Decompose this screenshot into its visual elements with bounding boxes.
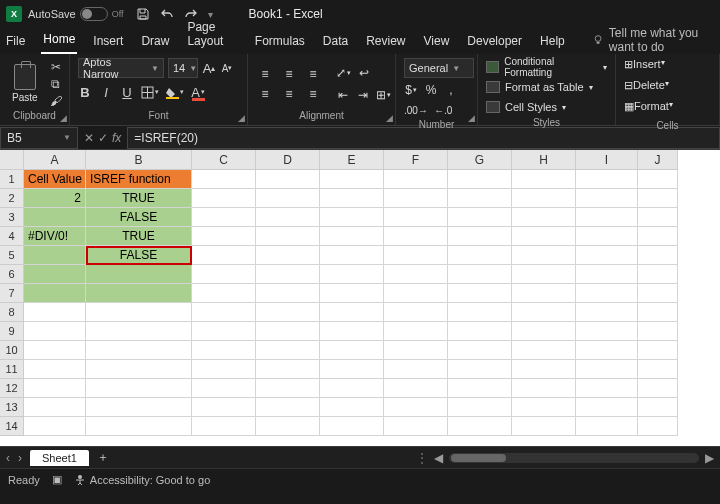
cell-C9[interactable] — [192, 322, 256, 341]
cell-H1[interactable] — [512, 170, 576, 189]
cell-B3[interactable]: FALSE — [86, 208, 192, 227]
cell-E4[interactable] — [320, 227, 384, 246]
increase-font-icon[interactable]: A▴ — [202, 60, 216, 76]
cell-C11[interactable] — [192, 360, 256, 379]
cell-I7[interactable] — [576, 284, 638, 303]
menu-home[interactable]: Home — [41, 28, 77, 54]
cell-I3[interactable] — [576, 208, 638, 227]
cell-J14[interactable] — [638, 417, 678, 436]
cell-E3[interactable] — [320, 208, 384, 227]
cell-F11[interactable] — [384, 360, 448, 379]
sheet-tab[interactable]: Sheet1 — [30, 450, 89, 466]
menu-insert[interactable]: Insert — [91, 30, 125, 54]
col-header-I[interactable]: I — [576, 150, 638, 170]
cell-D13[interactable] — [256, 398, 320, 417]
menu-view[interactable]: View — [422, 30, 452, 54]
cell-E11[interactable] — [320, 360, 384, 379]
cell-C13[interactable] — [192, 398, 256, 417]
menu-data[interactable]: Data — [321, 30, 350, 54]
row-header-1[interactable]: 1 — [0, 170, 24, 189]
cell-G8[interactable] — [448, 303, 512, 322]
cell-D2[interactable] — [256, 189, 320, 208]
row-header-11[interactable]: 11 — [0, 360, 24, 379]
font-launcher-icon[interactable]: ◢ — [238, 113, 245, 123]
cell-F6[interactable] — [384, 265, 448, 284]
cell-A1[interactable]: Cell Value — [24, 170, 86, 189]
row-header-8[interactable]: 8 — [0, 303, 24, 322]
add-sheet-icon[interactable]: ＋ — [97, 449, 109, 466]
menu-developer[interactable]: Developer — [465, 30, 524, 54]
cell-E8[interactable] — [320, 303, 384, 322]
cell-I1[interactable] — [576, 170, 638, 189]
cell-J9[interactable] — [638, 322, 678, 341]
cell-J7[interactable] — [638, 284, 678, 303]
cell-A4[interactable]: #DIV/0! — [24, 227, 86, 246]
cell-D12[interactable] — [256, 379, 320, 398]
scroll-left-icon[interactable]: ◀ — [434, 451, 443, 465]
cell-B1[interactable]: ISREF function — [86, 170, 192, 189]
cell-B7[interactable] — [86, 284, 192, 303]
menu-page-layout[interactable]: Page Layout — [185, 16, 238, 54]
cell-F5[interactable] — [384, 246, 448, 265]
horizontal-scrollbar[interactable] — [449, 453, 699, 463]
row-header-5[interactable]: 5 — [0, 246, 24, 265]
font-name-dropdown[interactable]: Aptos Narrow▼ — [78, 58, 164, 78]
sheet-nav-next-icon[interactable]: › — [18, 451, 22, 465]
clipboard-launcher-icon[interactable]: ◢ — [60, 113, 67, 123]
orientation-icon[interactable]: ⤢▾ — [336, 65, 351, 81]
align-middle-icon[interactable]: ≡ — [280, 66, 298, 82]
cell-G13[interactable] — [448, 398, 512, 417]
cell-J10[interactable] — [638, 341, 678, 360]
fx-icon[interactable]: fx — [112, 131, 121, 145]
align-left-icon[interactable]: ≡ — [256, 86, 274, 102]
cell-J3[interactable] — [638, 208, 678, 227]
cell-I6[interactable] — [576, 265, 638, 284]
cell-H9[interactable] — [512, 322, 576, 341]
cell-F14[interactable] — [384, 417, 448, 436]
cell-C8[interactable] — [192, 303, 256, 322]
cell-E9[interactable] — [320, 322, 384, 341]
select-all-corner[interactable] — [0, 150, 24, 170]
number-launcher-icon[interactable]: ◢ — [468, 113, 475, 123]
cell-C4[interactable] — [192, 227, 256, 246]
cell-E2[interactable] — [320, 189, 384, 208]
delete-cells-button[interactable]: ⊟Delete▾ — [624, 79, 673, 98]
cell-C5[interactable] — [192, 246, 256, 265]
cell-C14[interactable] — [192, 417, 256, 436]
autosave-control[interactable]: AutoSave Off — [28, 7, 124, 21]
cell-A3[interactable] — [24, 208, 86, 227]
align-top-icon[interactable]: ≡ — [256, 66, 274, 82]
cell-I9[interactable] — [576, 322, 638, 341]
cell-B4[interactable]: TRUE — [86, 227, 192, 246]
conditional-formatting-button[interactable]: Conditional Formatting▾ — [486, 58, 607, 76]
cell-E12[interactable] — [320, 379, 384, 398]
alignment-launcher-icon[interactable]: ◢ — [386, 113, 393, 123]
italic-button[interactable]: I — [99, 84, 113, 100]
autosave-toggle[interactable] — [80, 7, 108, 21]
menu-draw[interactable]: Draw — [139, 30, 171, 54]
align-right-icon[interactable]: ≡ — [304, 86, 322, 102]
cell-F7[interactable] — [384, 284, 448, 303]
scroll-right-icon[interactable]: ▶ — [705, 451, 714, 465]
cell-J6[interactable] — [638, 265, 678, 284]
fill-color-icon[interactable]: ▾ — [166, 84, 184, 100]
undo-icon[interactable] — [160, 7, 174, 21]
cell-J4[interactable] — [638, 227, 678, 246]
font-size-dropdown[interactable]: 14▼ — [168, 58, 198, 78]
number-format-dropdown[interactable]: General▼ — [404, 58, 474, 78]
row-header-9[interactable]: 9 — [0, 322, 24, 341]
cell-C3[interactable] — [192, 208, 256, 227]
cell-F8[interactable] — [384, 303, 448, 322]
wrap-text-icon[interactable]: ↩ — [357, 65, 371, 81]
cell-D4[interactable] — [256, 227, 320, 246]
cell-G6[interactable] — [448, 265, 512, 284]
cell-E14[interactable] — [320, 417, 384, 436]
comma-format-icon[interactable]: , — [444, 82, 458, 98]
macro-record-icon[interactable]: ▣ — [52, 473, 62, 486]
cell-G12[interactable] — [448, 379, 512, 398]
cell-C7[interactable] — [192, 284, 256, 303]
copy-icon[interactable]: ⧉ — [48, 77, 64, 91]
col-header-E[interactable]: E — [320, 150, 384, 170]
cell-H10[interactable] — [512, 341, 576, 360]
cell-C6[interactable] — [192, 265, 256, 284]
